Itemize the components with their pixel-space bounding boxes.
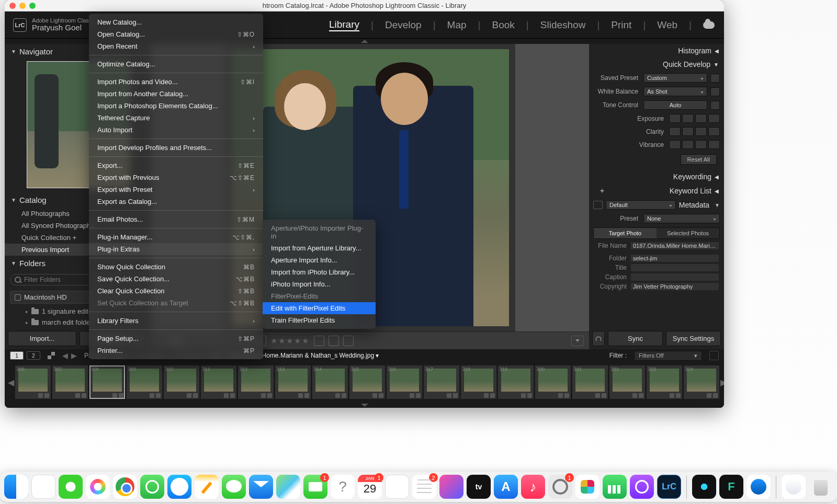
filmstrip-thumb[interactable]: 218 xyxy=(461,365,496,399)
menu-item[interactable]: Plug-in Manager...⌥⇧⌘, xyxy=(89,231,263,243)
downloads-icon[interactable] xyxy=(782,475,806,499)
meta-filename-value[interactable]: 0187.Orinda.Miller Home.Mariann & Nathan… xyxy=(631,242,719,249)
toolbar-menu-dropdown[interactable] xyxy=(571,336,584,346)
filmstrip-thumb[interactable]: 220 xyxy=(535,365,571,399)
titlebar[interactable]: htroom Catalog.lrcat - Adobe Photoshop L… xyxy=(5,0,724,12)
submenu-item[interactable]: iPhoto Import Info... xyxy=(263,278,376,290)
menu-item[interactable]: Page Setup...⇧⌘P xyxy=(89,333,263,345)
sync-settings-button[interactable]: Sync Settings xyxy=(666,331,721,346)
meta-folder-value[interactable]: select-jim xyxy=(631,255,719,262)
menu-item[interactable]: Export with Preset› xyxy=(89,184,263,196)
tab-target-photo[interactable]: Target Photo xyxy=(594,228,657,238)
menu-item[interactable]: Auto Import› xyxy=(89,124,263,136)
filmstrip[interactable]: ◀ 20620720820921021121221321421521621721… xyxy=(5,362,724,403)
grid-icon[interactable] xyxy=(48,352,55,359)
display-2-button[interactable]: 2 xyxy=(27,351,40,360)
metadata-preset-dropdown[interactable]: None xyxy=(643,214,720,223)
system-settings-icon[interactable]: 1 xyxy=(548,475,572,499)
filmstrip-thumb[interactable]: 213 xyxy=(275,365,311,399)
module-map[interactable]: Map xyxy=(447,19,467,31)
identity-plate[interactable]: LrC Adobe Lightroom Classic Pratyush Goe… xyxy=(5,17,96,32)
filmstrip-thumb[interactable]: 219 xyxy=(498,365,534,399)
localsend-icon[interactable] xyxy=(59,475,83,499)
vibrance-steppers[interactable] xyxy=(669,140,720,149)
metadata-label[interactable]: Metadata xyxy=(679,201,709,209)
keyword-list-header[interactable]: ＋Keyword List◀ xyxy=(589,184,724,198)
filmstrip-thumb[interactable]: 207 xyxy=(52,365,88,399)
numbers-icon[interactable] xyxy=(603,475,627,499)
menu-item[interactable]: Import a Photoshop Elements Catalog... xyxy=(89,100,263,112)
filmstrip-thumb[interactable]: 209 xyxy=(127,365,162,399)
meta-copyright-value[interactable]: Jim Vetter Photography xyxy=(631,283,719,290)
help-icon[interactable]: ? xyxy=(331,475,355,499)
menu-item[interactable]: New Catalog... xyxy=(89,16,263,28)
safari-icon[interactable] xyxy=(167,475,191,499)
submenu-item[interactable]: Train FilterPixel Edits xyxy=(263,314,376,326)
menu-item[interactable]: Clear Quick Collection⇧⌘B xyxy=(89,285,263,297)
reminders-icon[interactable]: 2 xyxy=(412,475,436,499)
menu-item[interactable]: Optimize Catalog... xyxy=(89,58,263,70)
whatsapp-icon[interactable] xyxy=(140,475,164,499)
collapse-icon[interactable] xyxy=(710,87,720,96)
meta-caption-value[interactable] xyxy=(631,273,719,281)
messages-icon[interactable] xyxy=(222,475,246,499)
filmstrip-thumb[interactable]: 211 xyxy=(201,365,236,399)
filter-dropdown[interactable]: Filters Off▾ xyxy=(634,351,702,361)
menu-item[interactable]: Export...⇧⌘E xyxy=(89,159,263,171)
photos-icon[interactable] xyxy=(86,475,110,499)
filmstrip-thumb[interactable]: 223 xyxy=(647,365,682,399)
tab-selected-photos[interactable]: Selected Photos xyxy=(657,228,719,238)
facetime-icon[interactable]: 1 xyxy=(303,475,327,499)
bottom-panel-expander[interactable] xyxy=(5,403,724,408)
saved-preset-dropdown[interactable]: Custom xyxy=(643,73,707,83)
menu-item[interactable]: Email Photos...⇧⌘M xyxy=(89,213,263,225)
mail-icon[interactable] xyxy=(249,475,273,499)
filmstrip-thumb[interactable]: 224 xyxy=(684,365,719,399)
filmstrip-thumb[interactable]: 212 xyxy=(238,365,274,399)
menu-item[interactable]: Save Quick Collection...⌥⌘B xyxy=(89,273,263,285)
module-slideshow[interactable]: Slideshow xyxy=(540,19,586,31)
filmstrip-thumb[interactable]: 210 xyxy=(164,365,199,399)
filter-lock-icon[interactable] xyxy=(709,351,719,360)
arc-icon[interactable] xyxy=(439,475,463,499)
menu-item[interactable]: Import from Another Catalog... xyxy=(89,88,263,100)
white-balance-dropdown[interactable]: As Shot xyxy=(643,87,707,96)
filmstrip-thumb[interactable]: 206 xyxy=(15,365,51,399)
notes-icon[interactable] xyxy=(195,475,219,499)
sync-lock-icon[interactable] xyxy=(592,331,605,346)
reset-all-button[interactable]: Reset All xyxy=(681,154,717,165)
menu-item[interactable]: Open Recent› xyxy=(89,40,263,52)
maps-icon[interactable] xyxy=(276,475,300,499)
filmstrip-thumb[interactable]: 214 xyxy=(312,365,348,399)
keywording-header[interactable]: Keywording◀ xyxy=(589,170,724,184)
quick-develop-header[interactable]: Quick Develop▼ xyxy=(589,58,724,71)
filmstrip-right-arrow[interactable]: ▶ xyxy=(720,362,724,403)
contacts-icon[interactable] xyxy=(385,475,409,499)
meta-title-value[interactable] xyxy=(631,264,719,271)
menu-item[interactable]: Open Catalog...⇧⌘O xyxy=(89,28,263,40)
calendar-icon[interactable]: JAN291 xyxy=(358,475,382,499)
menu-item[interactable]: Import Photos and Video...⇧⌘I xyxy=(89,76,263,88)
rotate-right-icon[interactable] xyxy=(329,336,339,346)
menu-item[interactable]: Import Develop Profiles and Presets... xyxy=(89,142,263,154)
forward-icon[interactable]: ▶ xyxy=(71,351,77,360)
import-button[interactable]: Import... xyxy=(8,331,76,346)
filmstrip-thumb[interactable]: 222 xyxy=(609,365,645,399)
histogram-header[interactable]: Histogram◀ xyxy=(589,44,724,58)
menu-item[interactable]: Tethered Capture› xyxy=(89,112,263,124)
filmstrip-thumb[interactable]: 217 xyxy=(424,365,459,399)
filmstrip-left-arrow[interactable]: ◀ xyxy=(8,362,14,403)
module-library[interactable]: Library xyxy=(329,19,359,31)
metadata-set-dropdown[interactable]: Default xyxy=(606,200,676,210)
appletv-icon[interactable]: tv xyxy=(467,475,491,499)
submenu-item[interactable]: Import from Aperture Library... xyxy=(263,242,376,254)
chrome-icon[interactable] xyxy=(113,475,137,499)
xcode-icon[interactable] xyxy=(746,475,771,499)
submenu-item[interactable]: Aperture Import Info... xyxy=(263,254,376,266)
display-1-button[interactable]: 1 xyxy=(10,351,24,360)
filmstrip-thumb[interactable]: 208 xyxy=(89,365,125,399)
back-icon[interactable]: ◀ xyxy=(62,351,68,360)
music-icon[interactable] xyxy=(521,475,545,499)
menu-item[interactable]: Plug-in Extras› xyxy=(89,243,263,255)
menu-item[interactable]: Library Filters› xyxy=(89,315,263,327)
